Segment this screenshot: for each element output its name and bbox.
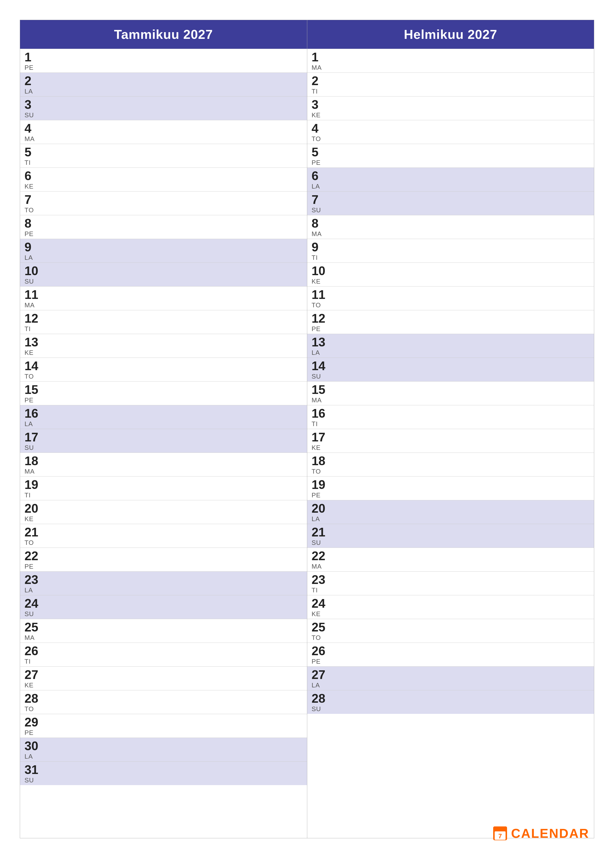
day-row: 22MA <box>307 547 594 571</box>
day-number: 13 <box>25 336 38 349</box>
day-content-area <box>47 572 307 595</box>
day-number: 10 <box>312 265 326 277</box>
day-row: 29PE <box>20 714 307 738</box>
day-number-cell: 16TI <box>307 405 334 429</box>
day-row: 15PE <box>20 381 307 405</box>
day-row: 26TI <box>20 643 307 666</box>
day-name: PE <box>25 230 34 238</box>
day-number: 25 <box>312 621 326 634</box>
day-row: 17SU <box>20 429 307 453</box>
day-number-cell: 31SU <box>20 762 47 785</box>
day-name: TI <box>312 88 318 95</box>
day-number-cell: 10SU <box>20 263 47 286</box>
day-number-cell: 6KE <box>20 168 47 191</box>
day-name: TO <box>25 705 34 713</box>
day-content-area <box>47 358 307 381</box>
day-content-area <box>334 263 594 286</box>
day-row: 14SU <box>307 358 594 381</box>
day-row: 18MA <box>20 453 307 476</box>
day-row: 8MA <box>307 215 594 239</box>
day-number-cell: 26PE <box>307 643 334 666</box>
day-name: TI <box>25 159 31 166</box>
day-row: 27KE <box>20 666 307 690</box>
day-name: SU <box>312 373 321 380</box>
day-number: 27 <box>25 668 38 681</box>
day-content-area <box>334 405 594 429</box>
day-name: KE <box>25 183 34 190</box>
day-row: 16TI <box>307 405 594 429</box>
day-number: 12 <box>312 312 326 325</box>
day-content-area <box>334 429 594 453</box>
day-number: 8 <box>25 217 31 229</box>
day-name: TO <box>312 135 321 143</box>
day-content-area <box>47 762 307 785</box>
day-number-cell: 7SU <box>307 192 334 215</box>
day-content-area <box>47 334 307 358</box>
day-row: 2LA <box>20 73 307 96</box>
day-number: 10 <box>25 265 38 277</box>
day-content-area <box>334 548 594 571</box>
day-number-cell: 9LA <box>20 239 47 262</box>
day-number-cell: 14TO <box>20 358 47 381</box>
day-number: 20 <box>312 502 326 515</box>
day-name: KE <box>312 610 321 618</box>
day-number-cell: 12TI <box>20 310 47 334</box>
day-row: 7SU <box>307 191 594 215</box>
day-name: KE <box>312 277 321 285</box>
day-name: MA <box>312 563 322 570</box>
day-number: 9 <box>25 241 31 253</box>
day-number: 14 <box>312 360 326 372</box>
day-row: 4TO <box>307 120 594 144</box>
day-number-cell: 22MA <box>307 548 334 571</box>
day-name: PE <box>312 325 321 333</box>
day-row: 6KE <box>20 167 307 191</box>
day-content-area <box>334 120 594 144</box>
day-content-area <box>47 405 307 429</box>
day-row: 9TI <box>307 239 594 262</box>
day-number: 1 <box>312 51 319 64</box>
day-row: 12PE <box>307 310 594 334</box>
day-name: PE <box>312 491 321 499</box>
day-row: 15MA <box>307 381 594 405</box>
day-number-cell: 1PE <box>20 49 47 73</box>
day-name: MA <box>25 634 35 642</box>
day-name: SU <box>25 277 34 285</box>
day-row: 11TO <box>307 286 594 310</box>
day-name: LA <box>312 183 320 190</box>
day-number-cell: 2TI <box>307 73 334 96</box>
day-name: TI <box>312 420 318 428</box>
day-row: 28SU <box>307 690 594 714</box>
day-number: 15 <box>25 383 38 396</box>
day-number: 25 <box>25 621 38 634</box>
day-number-cell: 8MA <box>307 215 334 239</box>
day-content-area <box>47 381 307 405</box>
day-row: 19TI <box>20 476 307 500</box>
day-name: LA <box>312 349 320 356</box>
svg-text:7: 7 <box>498 832 502 840</box>
day-number-cell: 1MA <box>307 49 334 73</box>
day-row: 31SU <box>20 761 307 785</box>
day-name: LA <box>25 88 33 95</box>
day-name: MA <box>25 301 35 309</box>
day-row: 21TO <box>20 524 307 547</box>
day-name: PE <box>25 563 34 570</box>
day-number: 26 <box>25 645 38 657</box>
day-number: 29 <box>25 716 38 728</box>
day-number-cell: 13LA <box>307 334 334 358</box>
month-col-february: Helmikuu 20271MA2TI3KE4TO5PE6LA7SU8MA9TI… <box>307 20 594 838</box>
day-number: 6 <box>312 170 319 182</box>
day-name: LA <box>25 753 33 760</box>
day-name: LA <box>25 420 33 428</box>
day-content-area <box>334 453 594 476</box>
day-number-cell: 22PE <box>20 548 47 571</box>
day-row: 1MA <box>307 49 594 73</box>
day-number-cell: 28TO <box>20 690 47 714</box>
day-row: 9LA <box>20 239 307 262</box>
day-number: 7 <box>25 194 31 206</box>
day-name: LA <box>312 682 320 689</box>
day-row: 8PE <box>20 215 307 239</box>
day-row: 24KE <box>307 595 594 619</box>
svg-rect-1 <box>493 826 507 831</box>
day-content-area <box>334 144 594 167</box>
day-content-area <box>47 500 307 524</box>
